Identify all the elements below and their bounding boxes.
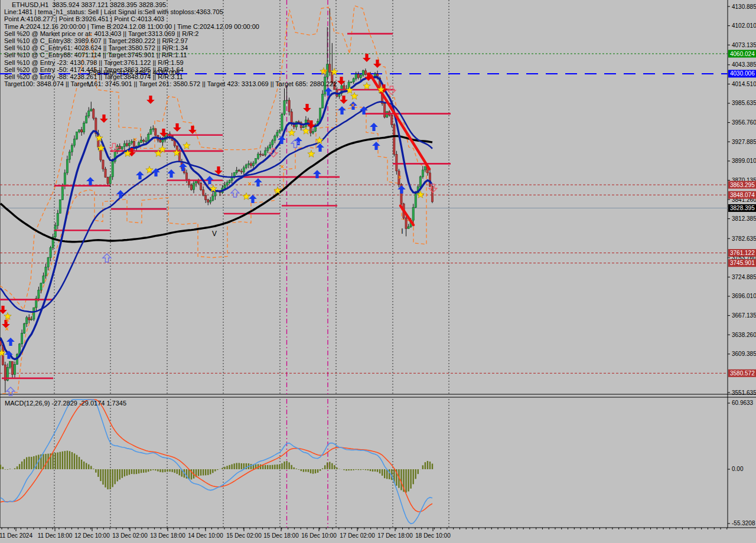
candle-body [11, 362, 13, 375]
candle-body [274, 136, 276, 140]
macd-histogram-bar [64, 451, 66, 469]
macd-histogram-bar [119, 469, 120, 479]
candle-body [26, 318, 28, 324]
macd-histogram-bar [67, 451, 68, 469]
macd-histogram-bar [31, 457, 32, 469]
macd-histogram-bar [145, 469, 146, 473]
macd-histogram-bar [233, 463, 234, 469]
candle-body [205, 195, 207, 199]
macd-histogram-bar [155, 469, 156, 470]
macd-histogram-bar [35, 456, 37, 469]
macd-histogram-bar [301, 469, 302, 471]
info-line-8: Sell %10 @ Entry -23: 4130.798 || Target… [4, 59, 337, 66]
macd-histogram-bar [148, 469, 149, 472]
candle-body [243, 168, 245, 172]
candle-body [9, 362, 11, 368]
candle-body [245, 165, 247, 168]
candle-body [302, 127, 304, 128]
macd-histogram-bar [346, 469, 347, 470]
macd-histogram-bar [133, 469, 135, 474]
candle-body [291, 112, 292, 123]
candle-body [81, 130, 83, 132]
candle-body [260, 154, 262, 155]
macd-histogram-bar [356, 469, 357, 470]
candle-body [238, 171, 240, 171]
macd-histogram-bar [28, 457, 30, 469]
macd-histogram-bar [379, 469, 380, 473]
candle-body [112, 162, 113, 177]
macd-histogram-bar [162, 469, 163, 472]
macd-histogram-bar [152, 469, 154, 470]
macd-histogram-bar [298, 469, 299, 470]
candle-body [90, 109, 92, 111]
macd-histogram-bar [322, 469, 323, 469]
candle-body [255, 159, 256, 163]
macd-histogram-bar [159, 469, 161, 472]
candle-body [119, 146, 120, 149]
candle-body [195, 181, 197, 183]
candle-body [24, 324, 25, 333]
macd-histogram-bar [105, 469, 106, 488]
price-tick-label: 3724.885 [732, 274, 756, 280]
candle-body [350, 82, 352, 83]
price-tick-label: 3927.885 [732, 139, 756, 145]
macd-histogram-bar [281, 463, 282, 469]
candle-body [279, 130, 281, 132]
price-badge-label: 3761.122 [730, 250, 755, 256]
candle-body [76, 132, 77, 139]
price-badge-label: 4060.024 [730, 51, 755, 57]
price-badge-label: 3580.572 [730, 370, 755, 377]
price-badge-label: 3745.901 [730, 260, 755, 266]
candle-body [252, 163, 254, 166]
macd-histogram-bar [54, 453, 56, 469]
candle-body [391, 115, 393, 125]
candle-body [353, 78, 354, 82]
time-axis-label: 13 Dec 18:00 [150, 532, 185, 539]
candle-body [105, 169, 106, 177]
candle-body [276, 132, 278, 136]
macd-histogram-bar [334, 465, 335, 469]
candle-body [31, 319, 32, 320]
candle-body [200, 183, 202, 189]
macd-histogram-bar [265, 465, 266, 469]
macd-histogram-bar [343, 469, 344, 470]
macd-histogram-bar [21, 462, 22, 469]
macd-histogram-bar [410, 469, 411, 489]
x-mark-icon: × [6, 316, 9, 323]
macd-histogram-bar [239, 463, 240, 469]
candle-body [107, 178, 109, 184]
candle-body [405, 218, 407, 228]
macd-histogram-bar [288, 462, 289, 469]
macd-histogram-bar [97, 469, 99, 477]
candle-body [396, 155, 397, 171]
price-tick-label: 3696.010 [732, 293, 756, 299]
time-axis-label: 12 Dec 10:00 [74, 532, 110, 539]
candle-body [197, 181, 199, 183]
candle-body [78, 130, 80, 132]
macd-histogram-bar [267, 465, 268, 469]
price-tick-label: 4130.885 [732, 4, 756, 10]
candle-body [185, 173, 187, 179]
macd-histogram-bar [363, 469, 364, 470]
candle-body [257, 154, 259, 159]
candle-body [57, 213, 58, 225]
price-tick-label: 3638.260 [732, 332, 756, 338]
candle-body [54, 225, 56, 237]
macd-histogram-bar [69, 451, 70, 469]
macd-tick-label: 60.9633 [732, 400, 754, 406]
candle-body [393, 125, 395, 154]
macd-histogram-bar [405, 469, 406, 493]
candle-body [143, 140, 145, 142]
candle-body [193, 183, 194, 189]
candle-body [343, 86, 345, 89]
candle-body [212, 196, 214, 201]
macd-histogram-bar [114, 469, 115, 484]
macd-histogram-bar [81, 460, 82, 469]
candle-body [384, 103, 386, 117]
macd-histogram-bar [138, 469, 139, 473]
candle-body [145, 141, 147, 142]
candle-body [214, 191, 216, 196]
macd-histogram-bar [310, 469, 311, 473]
candle-body [152, 129, 154, 129]
time-axis-label: 18 Dec 10:00 [415, 532, 451, 539]
